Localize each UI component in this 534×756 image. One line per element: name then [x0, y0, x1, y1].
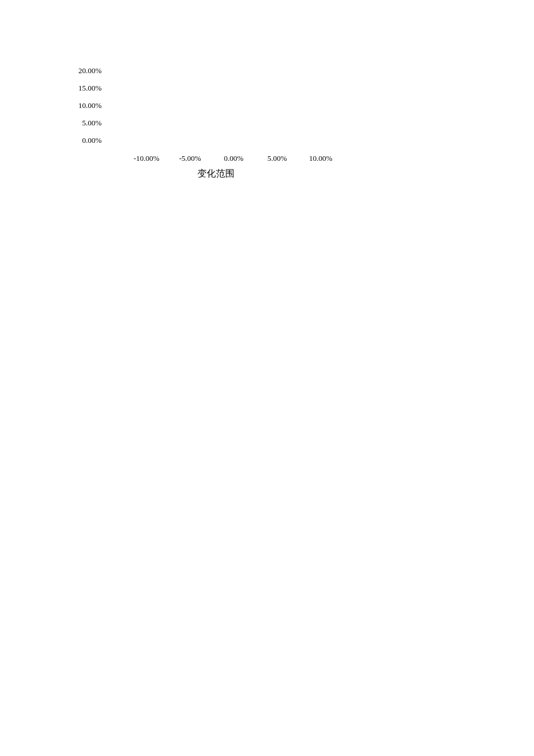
x-axis-label: 变化范围 [197, 168, 234, 180]
x-tick-label: -5.00% [168, 154, 212, 163]
x-tick-label: 0.00% [212, 154, 255, 163]
y-tick-label: 5.00% [70, 119, 102, 136]
y-tick-label: 20.00% [70, 67, 102, 84]
y-axis: 20.00% 15.00% 10.00% 5.00% 0.00% [70, 67, 102, 154]
y-tick-label: 10.00% [70, 102, 102, 119]
x-tick-label: 10.00% [299, 154, 342, 163]
y-tick-label: 0.00% [70, 136, 102, 154]
x-axis: -10.00% -5.00% 0.00% 5.00% 10.00% [125, 154, 342, 163]
y-tick-label: 15.00% [70, 84, 102, 102]
x-tick-label: 5.00% [255, 154, 299, 163]
x-tick-label: -10.00% [125, 154, 168, 163]
